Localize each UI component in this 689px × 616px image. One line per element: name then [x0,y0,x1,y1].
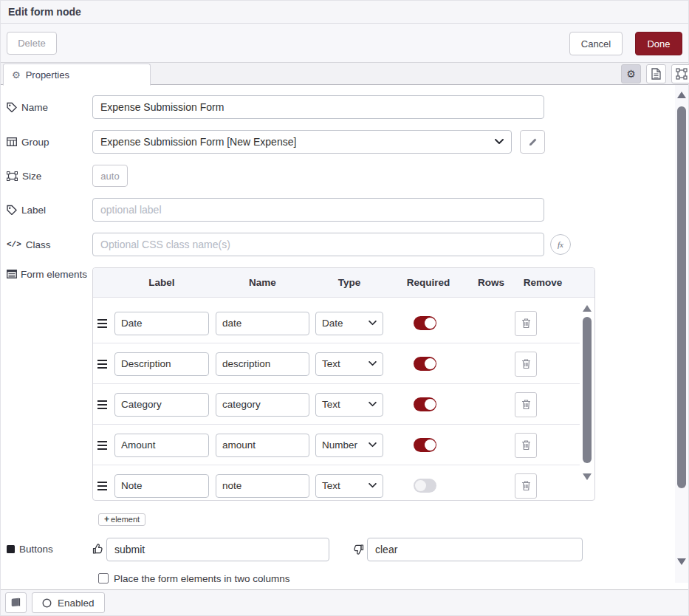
scroll-down-icon[interactable] [677,558,686,565]
cancel-button[interactable]: Cancel [569,32,623,55]
edit-group-button[interactable] [520,130,545,154]
drag-handle-icon[interactable] [97,360,107,369]
drag-handle-icon[interactable] [97,441,107,450]
chevron-down-icon [369,361,377,366]
form-elements-table: Label Name Type Required Rows Remove Dat… [92,267,595,501]
description-icon-button[interactable] [646,64,666,83]
class-label: </> Class [7,239,92,250]
element-label-input[interactable] [114,312,209,335]
submit-button-input[interactable] [106,538,329,561]
dynamic-class-button[interactable]: fx [550,234,571,255]
two-columns-checkbox[interactable] [98,573,109,584]
scrollbar-thumb[interactable] [677,106,686,488]
document-icon [651,68,661,80]
scrollbar-thumb[interactable] [583,317,592,463]
drag-handle-icon[interactable] [97,400,107,409]
col-header-type: Type [309,277,383,288]
table-icon [7,137,17,146]
properties-icon-button[interactable]: ⚙ [621,64,641,83]
element-name-input[interactable] [216,393,309,417]
col-header-required: Required [383,277,473,288]
element-type-select[interactable]: Text [315,393,383,417]
element-label-input[interactable] [114,393,209,417]
element-type-select[interactable]: Text [315,474,383,498]
element-name-input[interactable] [216,434,309,457]
trash-icon [521,480,531,491]
size-row: Size auto [7,165,688,187]
remove-element-button[interactable] [515,473,537,499]
name-input[interactable] [92,95,544,119]
table-row: Date [93,303,594,343]
chevron-down-icon [369,442,377,448]
panel-scrollbar[interactable] [675,85,688,583]
help-button[interactable] [5,592,27,613]
chevron-down-icon [369,321,377,326]
buttons-label: Buttons [7,544,92,555]
drag-handle-icon[interactable] [97,319,107,328]
dialog-footer: Enabled [1,589,688,615]
tab-properties-label: Properties [26,69,69,81]
dialog-title: Edit form node [8,6,81,18]
scroll-up-icon[interactable] [583,305,592,312]
gear-icon: ⚙ [12,70,21,80]
trash-icon [521,318,531,329]
add-element-button[interactable]: +element [98,513,145,526]
col-header-label: Label [93,277,209,288]
scroll-up-icon[interactable] [677,92,686,98]
scroll-down-icon[interactable] [583,473,592,480]
circle-icon [42,598,52,608]
required-toggle[interactable] [414,438,436,452]
element-name-input[interactable] [216,312,309,335]
required-toggle[interactable] [414,397,436,411]
size-auto-button[interactable]: auto [92,165,128,187]
element-type-select[interactable]: Text [315,352,383,376]
dialog-header: Edit form node [1,1,688,24]
drag-handle-icon[interactable] [97,482,107,490]
required-toggle[interactable] [414,479,436,493]
pencil-icon [528,137,538,147]
remove-element-button[interactable] [515,433,537,458]
filled-square-icon [7,545,15,553]
chevron-down-icon [369,402,377,407]
enabled-toggle-button[interactable]: Enabled [32,592,105,613]
required-toggle[interactable] [414,357,436,371]
table-row: Text [93,384,594,425]
appearance-icon-button[interactable] [671,64,689,83]
element-label-input[interactable] [114,474,209,498]
element-type-select[interactable]: Number [315,434,383,457]
element-type-select[interactable]: Date [315,312,383,335]
name-row: Name [7,95,688,119]
col-header-remove: Remove [509,277,577,288]
class-row: </> Class fx [7,233,688,256]
required-toggle[interactable] [414,316,436,330]
element-name-input[interactable] [216,352,309,376]
code-icon: </> [7,240,21,249]
plus-icon: + [104,514,109,524]
table-scrollbar[interactable] [582,305,592,500]
label-row: Label [7,198,688,222]
table-row: Text [93,465,594,500]
element-label-input[interactable] [114,352,209,376]
done-button[interactable]: Done [635,32,682,55]
clear-button-input[interactable] [367,538,583,561]
element-label-input[interactable] [114,434,209,457]
resize-frame-icon [7,171,18,181]
remove-element-button[interactable] [515,311,537,336]
enabled-label: Enabled [58,598,95,609]
group-label: Group [7,137,92,148]
label-input[interactable] [92,198,544,222]
thumbs-up-icon [92,544,103,555]
remove-element-button[interactable] [515,392,537,417]
class-input[interactable] [92,233,544,256]
delete-button[interactable]: Delete [7,32,57,55]
element-name-input[interactable] [216,474,309,498]
table-row: Number [93,425,594,465]
remove-element-button[interactable] [515,352,537,377]
thumbs-down-icon [353,544,364,555]
group-select[interactable]: Expense Submission Form [New Expense] [92,130,512,154]
chevron-down-icon [369,483,377,488]
add-element-row: +element [98,512,688,526]
fx-icon: fx [558,240,563,249]
col-header-rows: Rows [473,277,509,288]
tab-properties[interactable]: ⚙ Properties [3,64,151,86]
